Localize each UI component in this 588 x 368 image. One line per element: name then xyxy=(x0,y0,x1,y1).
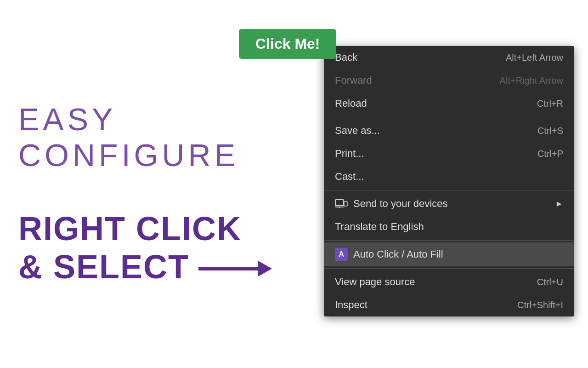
menu-item-view-source-shortcut: Ctrl+U xyxy=(537,277,563,288)
menu-item-save-as-label: Save as... xyxy=(335,125,380,137)
right-click-line: RIGHT CLICK xyxy=(18,210,242,248)
divider-2 xyxy=(324,190,574,190)
right-click-select-text: RIGHT CLICK & SELECT xyxy=(18,210,303,286)
menu-item-inspect[interactable]: Inspect Ctrl+Shift+I xyxy=(324,293,574,316)
and-select-line: & SELECT xyxy=(18,248,189,286)
divider-1 xyxy=(324,117,574,117)
menu-item-translate-label: Translate to English xyxy=(335,221,424,233)
menu-item-forward[interactable]: Forward Alt+Right Arrow xyxy=(324,69,574,92)
easy-configure-text: EASY CONFIGURE xyxy=(18,101,303,173)
left-content: EASY CONFIGURE RIGHT CLICK & SELECT xyxy=(18,28,303,286)
menu-item-reload[interactable]: Reload Ctrl+R xyxy=(324,92,574,115)
menu-item-view-source[interactable]: View page source Ctrl+U xyxy=(324,270,574,293)
menu-item-cast[interactable]: Cast... xyxy=(324,165,574,188)
menu-item-forward-label: Forward xyxy=(335,75,372,86)
menu-item-send-devices[interactable]: Send to your devices ► xyxy=(324,192,574,215)
menu-item-reload-label: Reload xyxy=(335,98,367,109)
menu-item-inspect-shortcut: Ctrl+Shift+I xyxy=(517,300,563,310)
divider-4 xyxy=(324,268,574,269)
menu-item-translate[interactable]: Translate to English xyxy=(324,215,574,238)
menu-item-print-label: Print... xyxy=(335,148,364,160)
menu-item-cast-label: Cast... xyxy=(335,171,364,183)
right-arrow-icon xyxy=(198,257,272,280)
menu-item-back-shortcut: Alt+Left Arrow xyxy=(506,52,563,63)
menu-item-inspect-label: Inspect xyxy=(335,299,368,311)
menu-item-back-label: Back xyxy=(335,52,357,63)
menu-item-forward-shortcut: Alt+Right Arrow xyxy=(500,75,563,86)
click-me-button[interactable]: Click Me! xyxy=(239,29,336,59)
menu-item-auto-click-label: A Auto Click / Auto Fill xyxy=(335,248,443,261)
menu-item-view-source-label: View page source xyxy=(335,276,415,288)
menu-item-reload-shortcut: Ctrl+R xyxy=(537,98,563,109)
select-arrow-row: & SELECT xyxy=(18,248,272,286)
menu-item-print-shortcut: Ctrl+P xyxy=(537,149,563,159)
menu-item-print[interactable]: Print... Ctrl+P xyxy=(324,142,574,165)
auto-click-icon: A xyxy=(335,248,348,261)
menu-item-send-devices-label: Send to your devices xyxy=(335,198,447,210)
menu-item-save-as[interactable]: Save as... Ctrl+S xyxy=(324,119,574,142)
svg-marker-1 xyxy=(258,261,272,276)
svg-rect-2 xyxy=(335,200,344,206)
menu-item-auto-click[interactable]: A Auto Click / Auto Fill xyxy=(324,242,574,266)
menu-item-back[interactable]: Back Alt+Left Arrow xyxy=(324,46,574,69)
svg-rect-3 xyxy=(344,201,347,206)
send-devices-arrow-icon: ► xyxy=(555,199,563,209)
send-devices-icon xyxy=(335,199,348,208)
context-menu: Back Alt+Left Arrow Forward Alt+Right Ar… xyxy=(324,46,574,316)
menu-item-save-as-shortcut: Ctrl+S xyxy=(537,126,563,136)
divider-3 xyxy=(324,240,574,241)
